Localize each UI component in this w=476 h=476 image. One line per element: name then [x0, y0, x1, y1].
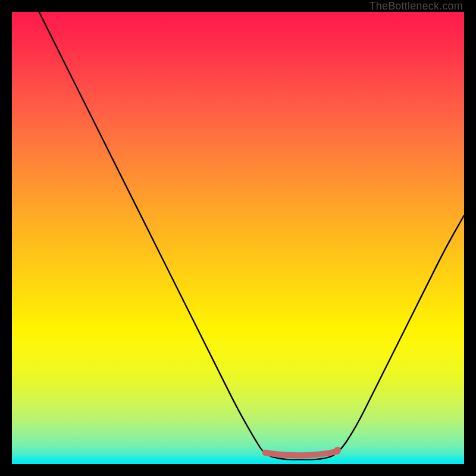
plot-area	[12, 12, 464, 464]
curve-svg	[12, 12, 464, 464]
valley-dot-left	[262, 450, 268, 456]
valley-highlight	[265, 452, 338, 456]
valley-dot-right	[334, 447, 341, 454]
main-curve	[39, 12, 464, 459]
chart-canvas: TheBottleneck.com	[0, 0, 476, 476]
watermark-text: TheBottleneck.com	[369, 0, 463, 12]
